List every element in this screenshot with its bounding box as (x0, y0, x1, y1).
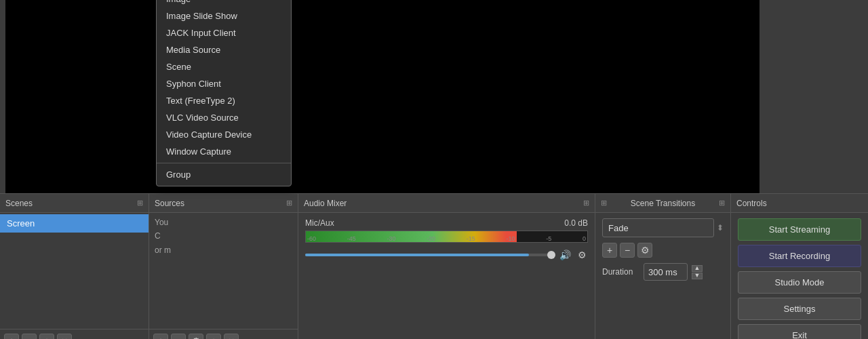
scenes-list: Screen (0, 213, 149, 329)
sources-remove-button[interactable]: − (171, 334, 186, 340)
controls-panel-title: Controls (736, 199, 767, 208)
transition-add-button[interactable]: + (602, 243, 617, 258)
transition-select-wrapper: Fade ⬍ (602, 218, 724, 237)
transitions-buttons-row: + − ⚙ (602, 243, 724, 258)
audio-mixer-header: Audio Mixer ⊞ (298, 194, 595, 213)
dropdown-item-group[interactable]: Group (157, 166, 291, 183)
preview-section (0, 0, 868, 193)
scenes-pin-icon: ⊞ (137, 199, 143, 207)
add-source-dropdown: Audio Input Capture Audio Output Capture… (156, 0, 292, 186)
controls-panel-header: Controls (731, 194, 868, 213)
transitions-pin-icon: ⊞ (601, 199, 607, 207)
scenes-add-button[interactable]: + (4, 334, 19, 340)
audio-mixer-title: Audio Mixer (304, 199, 347, 208)
transition-select[interactable]: Fade (602, 218, 714, 237)
audio-volume-slider[interactable] (305, 254, 554, 256)
tick-5: -5 (546, 235, 551, 242)
transition-remove-button[interactable]: − (620, 243, 635, 258)
duration-label: Duration (602, 267, 639, 277)
scenes-up-button[interactable]: ∧ (39, 334, 54, 340)
dropdown-item-window-capture[interactable]: Window Capture (157, 143, 291, 160)
audio-channel-header: Mic/Aux 0.0 dB (305, 218, 588, 228)
scenes-down-button[interactable]: ∨ (57, 334, 72, 340)
sources-settings-button[interactable]: ⚙ (189, 334, 203, 340)
audio-mute-button[interactable]: 🔊 (558, 248, 572, 262)
preview-canvas (5, 0, 760, 193)
audio-volume-thumb (547, 251, 555, 259)
dropdown-divider (157, 163, 291, 163)
transition-settings-button[interactable]: ⚙ (637, 243, 652, 258)
panels-row: Scenes ⊞ Screen + − ∧ ∨ Sources ⊞ (0, 193, 868, 339)
audio-mixer-content: Mic/Aux 0.0 dB -60 -45 -30 -20 -15 (298, 213, 595, 339)
audio-meter-bar (306, 231, 517, 242)
sources-add-button[interactable]: + (153, 334, 168, 340)
dropdown-item-vlc[interactable]: VLC Video Source (157, 109, 291, 126)
audio-controls-row: 🔊 ⚙ (305, 248, 588, 262)
scenes-panel: Scenes ⊞ Screen + − ∧ ∨ (0, 194, 149, 339)
duration-row: Duration ▲ ▼ (602, 263, 724, 281)
scene-item-screen[interactable]: Screen (0, 214, 149, 233)
sources-content: You C or m (149, 213, 298, 329)
preview-left-bar (0, 0, 5, 193)
controls-panel: Controls Start Streaming Start Recording… (731, 194, 868, 339)
duration-input[interactable] (644, 263, 688, 281)
sources-toolbar: + − ⚙ ∧ ∨ (149, 329, 298, 339)
audio-volume-fill (305, 254, 529, 256)
sources-up-button[interactable]: ∧ (206, 334, 221, 340)
bottom-panel: Scenes ⊞ Screen + − ∧ ∨ Sources ⊞ (0, 193, 868, 339)
duration-decrement-button[interactable]: ▼ (692, 273, 703, 279)
audio-mixer-panel: Audio Mixer ⊞ Mic/Aux 0.0 dB -60 (298, 194, 595, 339)
scenes-toolbar: + − ∧ ∨ (0, 329, 149, 339)
audio-channel-micaux: Mic/Aux 0.0 dB -60 -45 -30 -20 -15 (305, 218, 588, 262)
source-line-3: or m (155, 243, 292, 257)
scenes-remove-button[interactable]: − (22, 334, 37, 340)
audio-meter: -60 -45 -30 -20 -15 -10 -5 0 (305, 231, 588, 243)
dropdown-item-syphon[interactable]: Syphon Client (157, 75, 291, 92)
sources-pin-icon: ⊞ (286, 199, 292, 207)
sources-panel-header: Sources ⊞ (149, 194, 298, 213)
audio-mixer-pin-icon: ⊞ (583, 199, 589, 207)
sources-panel-title: Sources (155, 199, 184, 208)
source-line-2: C (155, 229, 292, 243)
scenes-panel-title: Scenes (5, 199, 33, 208)
dropdown-item-scene[interactable]: Scene (157, 58, 291, 75)
source-line-1: You (155, 216, 292, 229)
transitions-content: Fade ⬍ + − ⚙ Duration ▲ ▼ (595, 213, 730, 339)
sources-down-button[interactable]: ∨ (224, 334, 239, 340)
transitions-pin-icon2: ⊞ (719, 199, 725, 207)
preview-right-bar (760, 0, 868, 193)
transitions-panel-title: Scene Transitions (631, 199, 695, 208)
sources-panel: Sources ⊞ You C or m + − ⚙ ∧ ∨ (149, 194, 298, 339)
tick-0: 0 (583, 235, 586, 242)
scene-transitions-panel: ⊞ Scene Transitions ⊞ Fade ⬍ + − ⚙ (595, 194, 731, 339)
controls-content: Start Streaming Start Recording Studio M… (731, 213, 868, 339)
dropdown-item-image-slideshow[interactable]: Image Slide Show (157, 7, 291, 24)
transitions-panel-header: ⊞ Scene Transitions ⊞ (595, 194, 730, 213)
exit-button[interactable]: Exit (738, 324, 861, 339)
dropdown-item-media-source[interactable]: Media Source (157, 41, 291, 58)
start-recording-button[interactable]: Start Recording (738, 245, 861, 267)
duration-spinners: ▲ ▼ (692, 265, 703, 279)
audio-db-value: 0.0 dB (564, 218, 588, 228)
dropdown-item-image[interactable]: Image (157, 0, 291, 7)
sources-text: You C or m (155, 216, 292, 257)
duration-increment-button[interactable]: ▲ (692, 265, 703, 272)
dropdown-item-jack[interactable]: JACK Input Client (157, 24, 291, 41)
audio-settings-button[interactable]: ⚙ (576, 248, 588, 262)
dropdown-item-video-capture[interactable]: Video Capture Device (157, 126, 291, 143)
scenes-panel-header: Scenes ⊞ (0, 194, 149, 213)
dropdown-item-text-freetype[interactable]: Text (FreeType 2) (157, 92, 291, 109)
audio-channel-name: Mic/Aux (305, 218, 334, 228)
studio-mode-button[interactable]: Studio Mode (738, 271, 861, 294)
settings-button[interactable]: Settings (738, 298, 861, 320)
app-layout: Scenes ⊞ Screen + − ∧ ∨ Sources ⊞ (0, 0, 868, 339)
start-streaming-button[interactable]: Start Streaming (738, 218, 861, 241)
select-arrow-icon: ⬍ (717, 223, 724, 233)
